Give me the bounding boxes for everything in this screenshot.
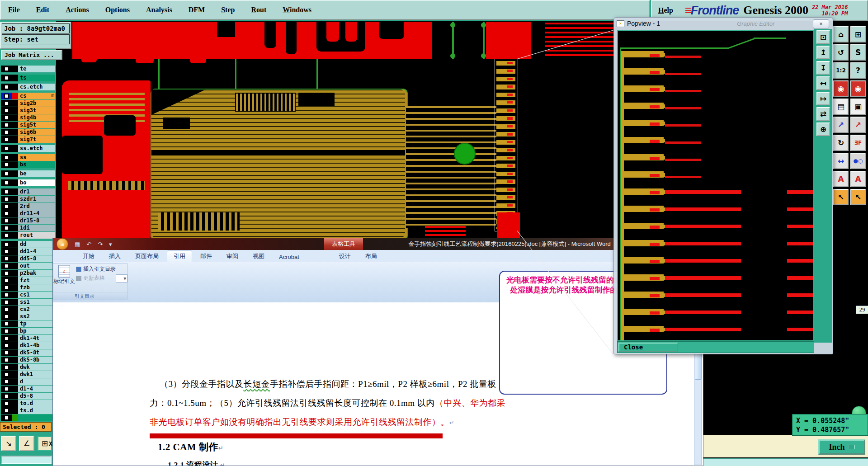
ribbon-button[interactable]: 插入引文目录 ▾ bbox=[75, 265, 116, 273]
layer-name[interactable]: sig7t bbox=[18, 136, 55, 143]
layer-row[interactable]: p2bak bbox=[1, 270, 55, 277]
layer-checkbox[interactable] bbox=[1, 328, 12, 334]
layer-checkbox[interactable] bbox=[1, 414, 12, 421]
layer-checkbox[interactable] bbox=[1, 84, 12, 90]
layer-checkbox[interactable] bbox=[1, 203, 12, 210]
layer-checkbox[interactable] bbox=[1, 292, 12, 298]
layer-row[interactable]: be bbox=[1, 170, 55, 177]
layer-checkbox[interactable] bbox=[1, 349, 12, 356]
measure-angle-button[interactable]: ∠ bbox=[19, 436, 34, 451]
layer-row[interactable]: fzb bbox=[1, 284, 55, 291]
menu-item[interactable]: Options bbox=[105, 6, 130, 14]
layer-checkbox[interactable] bbox=[1, 93, 12, 99]
ribbon-tab[interactable]: 布局 bbox=[359, 251, 383, 262]
popview-swap-view-button[interactable]: ⇄ bbox=[816, 107, 830, 121]
layer-name[interactable]: out bbox=[18, 263, 55, 269]
ribbon-big-button[interactable]: Z 标记引文 ▾ bbox=[53, 264, 75, 292]
layer-name[interactable]: dk5-8t bbox=[18, 349, 55, 356]
layer-row[interactable]: sig7t bbox=[1, 136, 55, 143]
menu-item[interactable]: Actions bbox=[66, 6, 89, 14]
ribbon-tab[interactable]: 引用 bbox=[167, 250, 192, 262]
layer-checkbox[interactable] bbox=[1, 284, 12, 291]
net-compare-button[interactable]: ◉ bbox=[850, 80, 866, 97]
layer-row[interactable]: sig4b bbox=[1, 114, 55, 121]
layer-row[interactable]: bo bbox=[1, 179, 55, 186]
layer-row[interactable]: ss2 bbox=[1, 313, 55, 320]
layer-row[interactable]: dd bbox=[1, 241, 55, 248]
layer-row[interactable]: dwk1 bbox=[1, 371, 55, 378]
layer-name[interactable]: sig2b bbox=[18, 100, 55, 107]
layer-name[interactable]: ss.etch bbox=[18, 145, 55, 152]
layer-checkbox[interactable] bbox=[1, 188, 12, 195]
layer-checkbox[interactable] bbox=[1, 386, 12, 392]
ribbon-tab[interactable]: 邮件 bbox=[194, 251, 218, 262]
fit-view-button[interactable]: ↘ bbox=[1, 436, 16, 451]
redo-icon[interactable]: ↷ bbox=[98, 241, 103, 248]
ribbon-tab[interactable]: 开始 bbox=[76, 251, 101, 262]
layer-name[interactable]: ss1 bbox=[18, 299, 55, 306]
ribbon-tab[interactable]: 设计 bbox=[333, 251, 357, 262]
layer-name[interactable]: dwk1 bbox=[18, 371, 55, 378]
menu-item[interactable]: File bbox=[8, 6, 20, 14]
layer-name[interactable]: dr15-8 bbox=[18, 217, 55, 224]
layer-row[interactable]: bp bbox=[1, 328, 55, 334]
layer-row[interactable]: dk1-4b bbox=[1, 342, 55, 349]
layer-row[interactable]: dwk bbox=[1, 364, 55, 371]
layer-name[interactable]: sig3t bbox=[18, 107, 55, 114]
tile-xy-button[interactable]: ⊞ bbox=[850, 26, 866, 42]
mirror-button[interactable]: ƎF bbox=[850, 135, 866, 151]
layer-checkbox[interactable] bbox=[1, 179, 12, 186]
layer-row[interactable]: rout bbox=[1, 232, 55, 239]
layer-row[interactable]: out bbox=[1, 263, 55, 269]
popview-copy-view-button[interactable]: ⊡ bbox=[816, 30, 830, 44]
layer-row[interactable]: dr1 bbox=[1, 188, 55, 195]
layer-name[interactable]: szdr1 bbox=[18, 196, 55, 202]
net-panel-button[interactable]: ◉ bbox=[833, 80, 849, 97]
layer-row[interactable]: ss bbox=[1, 154, 55, 161]
layer-row[interactable]: te bbox=[1, 66, 55, 72]
layer-checkbox[interactable] bbox=[1, 320, 12, 327]
undo-icon[interactable]: ↶ bbox=[86, 241, 91, 248]
layer-row[interactable]: cs ⊞ bbox=[1, 93, 55, 99]
popview-pan-left-button[interactable]: ↤ bbox=[816, 76, 830, 90]
layer-name[interactable]: p2bak bbox=[18, 270, 55, 277]
menu-item[interactable]: Analysis bbox=[146, 6, 172, 14]
layer-checkbox[interactable] bbox=[1, 255, 12, 262]
home-button[interactable]: ⌂ bbox=[833, 26, 849, 42]
layer-name[interactable]: dd1-4 bbox=[18, 248, 55, 255]
layer-name[interactable]: ss bbox=[18, 154, 55, 161]
layer-checkbox[interactable] bbox=[1, 196, 12, 202]
endpoint-red-button[interactable]: ↗ bbox=[850, 117, 866, 133]
menu-item[interactable]: Rout bbox=[251, 6, 266, 14]
ribbon-tab[interactable]: 审阅 bbox=[220, 251, 245, 262]
layer-row[interactable]: bs bbox=[1, 161, 55, 168]
layer-row[interactable]: cs2 bbox=[1, 306, 55, 313]
layer-row[interactable]: sig3t bbox=[1, 107, 55, 114]
ribbon-tab[interactable]: 视图 bbox=[246, 251, 271, 262]
layer-name[interactable]: d1-4 bbox=[18, 386, 55, 392]
job-matrix-button[interactable]: Job Matrix ... bbox=[1, 50, 62, 60]
layer-name[interactable]: fzt bbox=[18, 277, 55, 284]
menu-item[interactable]: DFM bbox=[189, 6, 205, 14]
text-height-button[interactable]: A bbox=[833, 171, 849, 187]
layer-row[interactable]: fzt bbox=[1, 277, 55, 284]
layer-checkbox[interactable] bbox=[1, 114, 12, 121]
layer-checkbox[interactable] bbox=[1, 75, 12, 81]
layer-checkbox[interactable] bbox=[1, 306, 12, 313]
layer-row[interactable]: d5-8 bbox=[1, 393, 55, 400]
layer-checkbox[interactable] bbox=[1, 357, 12, 363]
layer-checkbox[interactable] bbox=[1, 145, 12, 152]
layer-checkbox[interactable] bbox=[1, 371, 12, 378]
popview-canvas[interactable] bbox=[617, 30, 814, 341]
popview-close-button[interactable]: Close bbox=[618, 343, 678, 352]
popview-pan-down-button[interactable]: ↧ bbox=[816, 61, 830, 75]
layer-name[interactable]: cs1 bbox=[18, 292, 55, 298]
layer-row[interactable]: dk5-8b bbox=[1, 357, 55, 363]
layer-name[interactable]: tp bbox=[18, 320, 55, 327]
popview-pan-right-button[interactable]: ↦ bbox=[816, 92, 830, 105]
layer-name[interactable]: bs bbox=[18, 161, 55, 168]
layer-checkbox[interactable] bbox=[1, 217, 12, 224]
layer-row[interactable]: 1di bbox=[1, 225, 55, 231]
help-button[interactable]: ? bbox=[850, 62, 866, 79]
ruler-button[interactable]: ▤ bbox=[833, 99, 849, 115]
